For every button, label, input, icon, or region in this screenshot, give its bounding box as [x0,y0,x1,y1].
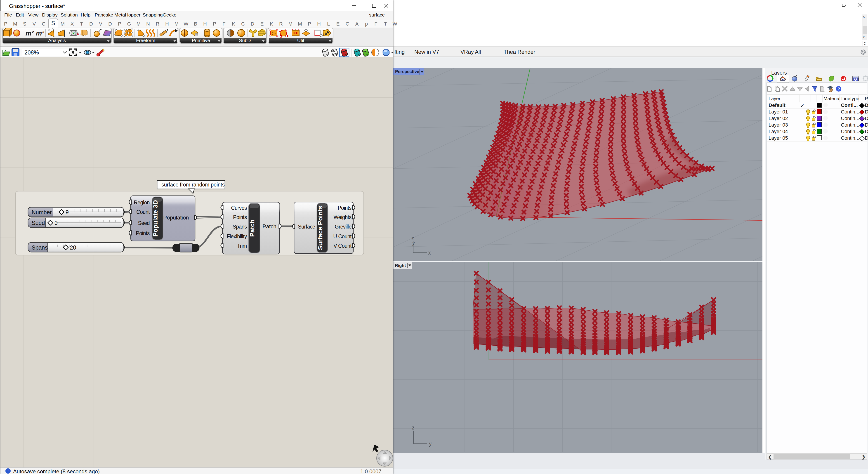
svg-text:Populate 3D: Populate 3D [152,200,159,236]
svg-text:Points: Points [233,214,247,220]
svg-text:Analysis: Analysis [48,38,66,43]
svg-text:x: x [72,31,74,35]
svg-text:SubD: SubD [239,38,251,43]
svg-text:Trim: Trim [237,243,247,249]
svg-text:Surface Points: Surface Points [317,206,324,250]
svg-text:208%: 208% [24,49,39,56]
svg-text:x: x [428,250,431,256]
svg-text:Count: Count [136,209,150,215]
svg-text:U Count: U Count [333,233,352,240]
svg-text:Spans: Spans [32,244,48,251]
svg-text:Population: Population [163,215,189,221]
svg-text:Weights: Weights [334,214,351,220]
svg-text:Perspective: Perspective [395,69,419,74]
svg-text:9: 9 [66,209,69,215]
svg-text:y: y [429,441,432,447]
svg-text:Surface: Surface [298,224,315,230]
svg-text:Region: Region [134,199,150,206]
svg-text:0: 0 [55,220,58,226]
svg-text:z: z [412,425,414,431]
svg-text:Spans: Spans [232,224,247,230]
svg-text:20: 20 [70,244,76,251]
svg-text:Points: Points [338,205,351,211]
svg-text:m³: m³ [36,29,44,37]
svg-text:Seed: Seed [32,220,45,226]
svg-text:Number: Number [32,209,52,215]
svg-text:m²: m² [26,29,34,37]
svg-text:Points: Points [136,230,150,236]
svg-text:Greville: Greville [335,224,351,230]
svg-text:Seed: Seed [138,220,150,226]
svg-text:Patch: Patch [262,223,276,229]
svg-text:Curves: Curves [231,205,247,211]
svg-text:y: y [412,240,415,246]
svg-text:V Count: V Count [333,243,352,249]
svg-text:Primitive: Primitive [192,38,210,43]
svg-text:Right: Right [395,263,406,268]
svg-text:surface from random points: surface from random points [161,182,225,188]
svg-text:Freeform: Freeform [136,38,155,43]
svg-text:Patch: Patch [249,220,256,236]
svg-text:x: x [77,32,79,35]
svg-text:?: ? [855,78,856,81]
svg-text:Flexibility: Flexibility [227,233,247,240]
svg-text:?: ? [837,87,840,91]
svg-text:Util: Util [297,38,304,43]
